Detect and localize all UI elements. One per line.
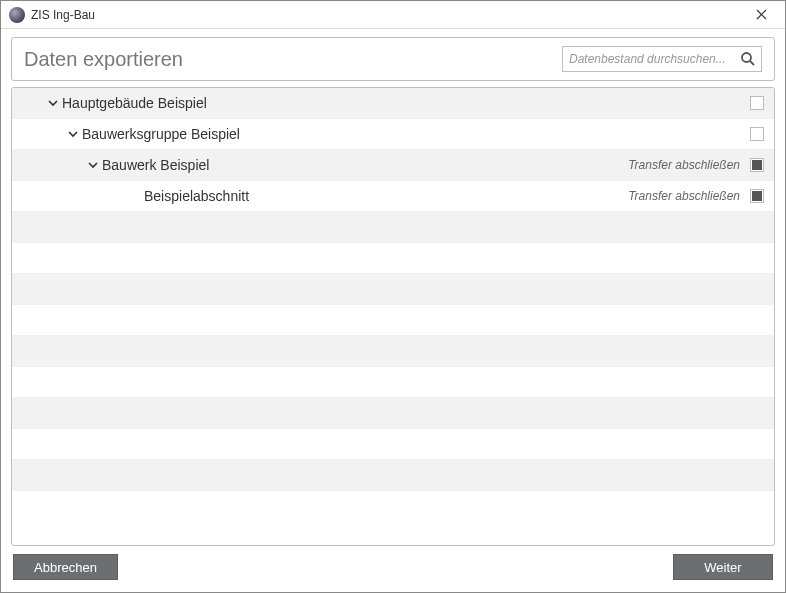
page-title: Daten exportieren: [24, 48, 183, 71]
next-button[interactable]: Weiter: [673, 554, 773, 580]
tree-row-label: Beispielabschnitt: [144, 188, 628, 204]
window-title: ZIS Ing-Bau: [31, 8, 745, 22]
tree-row-empty: [12, 243, 774, 274]
tree: Hauptgebäude BeispielBauwerksgruppe Beis…: [11, 87, 775, 546]
search-icon-wrap[interactable]: [735, 47, 761, 71]
tree-row-checkbox[interactable]: [750, 127, 764, 141]
search-icon: [740, 51, 756, 67]
content: Daten exportieren Hauptgebäude BeispielB…: [1, 29, 785, 592]
tree-row-label: Bauwerk Beispiel: [102, 157, 628, 173]
tree-row-empty: [12, 429, 774, 460]
tree-row-checkbox[interactable]: [750, 189, 764, 203]
svg-point-0: [742, 53, 751, 62]
tree-row-empty: [12, 398, 774, 429]
tree-row[interactable]: Bauwerksgruppe Beispiel: [12, 119, 774, 150]
app-icon: [9, 7, 25, 23]
tree-row[interactable]: BeispielabschnittTransfer abschließen: [12, 181, 774, 212]
cancel-button[interactable]: Abbrechen: [13, 554, 118, 580]
tree-row-checkbox[interactable]: [750, 96, 764, 110]
chevron-down-icon[interactable]: [44, 97, 62, 109]
tree-row-empty: [12, 460, 774, 491]
tree-row-empty: [12, 274, 774, 305]
tree-row-label: Hauptgebäude Beispiel: [62, 95, 750, 111]
svg-line-1: [750, 61, 754, 65]
tree-row[interactable]: Bauwerk BeispielTransfer abschließen: [12, 150, 774, 181]
tree-row-empty: [12, 367, 774, 398]
close-icon: [756, 9, 767, 20]
tree-row[interactable]: Hauptgebäude Beispiel: [12, 88, 774, 119]
titlebar: ZIS Ing-Bau: [1, 1, 785, 29]
tree-row-empty: [12, 212, 774, 243]
close-button[interactable]: [745, 1, 777, 28]
tree-row-label: Bauwerksgruppe Beispiel: [82, 126, 750, 142]
header-card: Daten exportieren: [11, 37, 775, 81]
tree-row-status: Transfer abschließen: [628, 158, 740, 172]
tree-row-status: Transfer abschließen: [628, 189, 740, 203]
footer: Abbrechen Weiter: [11, 552, 775, 582]
search-box: [562, 46, 762, 72]
tree-row-empty: [12, 336, 774, 367]
chevron-down-icon[interactable]: [64, 128, 82, 140]
chevron-down-icon[interactable]: [84, 159, 102, 171]
tree-row-empty: [12, 305, 774, 336]
search-input[interactable]: [563, 47, 735, 71]
tree-row-checkbox[interactable]: [750, 158, 764, 172]
